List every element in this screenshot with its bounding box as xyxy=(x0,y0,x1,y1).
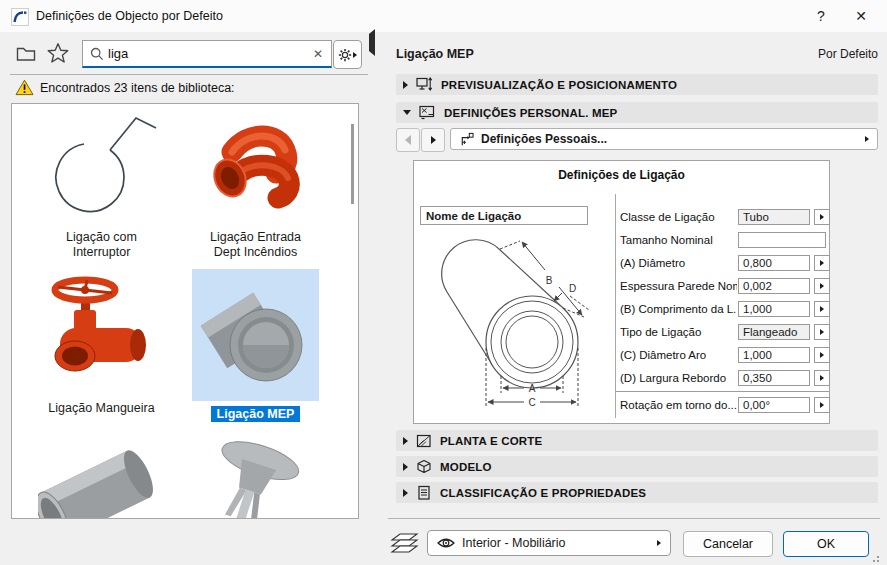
espessura-parede-options-button[interactable] xyxy=(814,278,830,294)
field-label: Espessura Parede Nom. xyxy=(620,278,737,294)
svg-text:D: D xyxy=(569,283,576,294)
tipo-ligacao-options-button[interactable] xyxy=(814,324,830,340)
espessura-parede-field[interactable]: 0,002 xyxy=(738,278,810,294)
list-item[interactable] xyxy=(192,434,319,519)
settings-page-dropdown[interactable]: Definições Pessoais... xyxy=(450,128,878,150)
caret-right-icon xyxy=(403,463,408,471)
rotacao-options-button[interactable] xyxy=(814,397,830,413)
field-label: Classe de Ligação xyxy=(620,209,737,225)
status-default: Por Defeito xyxy=(700,47,878,61)
classe-ligacao-options-button[interactable] xyxy=(814,209,830,225)
personal-settings-icon xyxy=(459,132,474,147)
selected-tile-highlight xyxy=(192,269,319,401)
object-default-settings-dialog: Definições de Objecto por Defeito ? ✕ ✕ xyxy=(0,0,887,565)
svg-text:C: C xyxy=(528,397,535,408)
layer-dropdown-arrow-icon xyxy=(657,540,661,546)
help-button[interactable]: ? xyxy=(803,0,839,31)
diametro-aro-c-field[interactable]: 1,000 xyxy=(738,347,810,363)
item-label: Ligação Mangueira xyxy=(38,401,165,416)
diametro-aro-c-options-button[interactable] xyxy=(814,347,830,363)
plan-section-icon xyxy=(416,434,432,448)
comprimento-b-options-button[interactable] xyxy=(814,301,830,317)
list-item[interactable] xyxy=(38,434,165,519)
diametro-a-options-button[interactable] xyxy=(814,255,830,271)
section-classification-properties[interactable]: CLASSIFICAÇÃO E PROPRIEDADES xyxy=(396,482,878,503)
classification-icon xyxy=(416,485,432,500)
pipe-dimension-diagram: B D A C xyxy=(424,230,612,418)
list-item[interactable]: Ligação Mangueira xyxy=(38,268,165,416)
close-button[interactable]: ✕ xyxy=(843,0,879,31)
section-preview-positioning[interactable]: PREVISUALIZAÇÃO E POSICIONAMENTO xyxy=(396,74,878,95)
section-model[interactable]: MODELO xyxy=(396,456,878,477)
star-icon xyxy=(46,41,70,65)
caret-right-icon xyxy=(403,489,408,497)
dialog-title: Definições de Objecto por Defeito xyxy=(36,9,223,23)
tamanho-nominal-field[interactable] xyxy=(738,232,826,248)
search-input[interactable] xyxy=(104,46,305,61)
layers-icon[interactable] xyxy=(389,530,420,556)
field-label: Tipo de Ligação xyxy=(620,324,737,340)
field-label: (D) Largura Rebordo xyxy=(620,370,737,386)
list-scrollbar[interactable] xyxy=(351,124,354,204)
archicad-logo-icon xyxy=(11,8,29,26)
results-message: Encontrados 23 itens de biblioteca: xyxy=(40,81,235,95)
settings-page-label: Definições Pessoais... xyxy=(481,132,858,146)
rotacao-field[interactable]: 0,00° xyxy=(738,397,810,413)
list-item-selected[interactable]: Ligação MEP xyxy=(192,269,319,422)
clear-search-icon[interactable]: ✕ xyxy=(305,47,331,61)
eye-icon xyxy=(437,537,455,549)
item-label: Ligação com Interruptor xyxy=(38,230,165,260)
cancel-button[interactable]: Cancelar xyxy=(683,531,773,557)
list-item[interactable]: Ligação com Interruptor xyxy=(38,112,165,260)
object-name: Ligação MEP xyxy=(396,47,474,61)
section-plan-section[interactable]: PLANTA E CORTE xyxy=(396,430,878,451)
search-settings-button[interactable] xyxy=(333,40,362,69)
svg-text:B: B xyxy=(546,275,553,286)
ligacao-mep-preview xyxy=(192,269,319,401)
rotation-separator xyxy=(615,391,829,392)
library-results-list[interactable]: Ligação com Interruptor Ligação Entrada … xyxy=(11,103,359,519)
largura-rebordo-d-options-button[interactable] xyxy=(814,370,830,386)
ok-button[interactable]: OK xyxy=(783,531,869,557)
panel-title: Definições de Ligação xyxy=(413,168,830,182)
gear-menu-arrow-icon xyxy=(353,52,357,58)
gear-icon xyxy=(338,48,352,62)
largura-rebordo-d-field[interactable]: 0,350 xyxy=(738,370,810,386)
diametro-a-field[interactable]: 0,800 xyxy=(738,255,810,271)
connection-name-field[interactable]: Nome de Ligação xyxy=(420,206,588,225)
panel-divider xyxy=(615,194,616,418)
mep-settings-icon xyxy=(419,105,436,120)
item-label: Ligação Entrada Dept Incêndios xyxy=(192,230,319,260)
ligacao-entrada-dept-incendios-preview xyxy=(192,112,319,230)
field-label: Rotação em torno do... xyxy=(620,397,737,413)
toolbar-divider xyxy=(10,74,368,75)
pipe-sleeve-preview xyxy=(38,434,165,519)
list-item[interactable]: Ligação Entrada Dept Incêndios xyxy=(192,112,319,260)
library-search-box[interactable]: ✕ xyxy=(82,40,332,68)
preview-position-icon xyxy=(416,77,433,92)
favorites-button[interactable] xyxy=(44,40,72,66)
layer-value: Interior - Mobiliário xyxy=(462,536,650,550)
field-label: (C) Diâmetro Aro xyxy=(620,347,737,363)
tipo-ligacao-field[interactable]: Flangeado xyxy=(738,324,810,340)
field-label: Tamanho Nominal xyxy=(620,232,737,248)
page-back-button[interactable] xyxy=(396,128,420,152)
folder-icon xyxy=(16,45,36,62)
layer-dropdown[interactable]: Interior - Mobiliário xyxy=(427,530,671,556)
footer-divider xyxy=(388,518,880,519)
search-icon xyxy=(90,47,104,61)
svg-text:A: A xyxy=(529,383,536,394)
caret-right-icon xyxy=(403,437,408,445)
page-forward-button[interactable] xyxy=(421,128,445,152)
dropdown-arrow-icon xyxy=(865,136,869,142)
field-label: (A) Diâmetro xyxy=(620,255,737,271)
classe-ligacao-field[interactable]: Tubo xyxy=(738,209,810,225)
comprimento-b-field[interactable]: 1,000 xyxy=(738,301,810,317)
title-bar: Definições de Objecto por Defeito ? ✕ xyxy=(0,0,887,32)
caret-down-icon xyxy=(403,110,411,115)
collapse-left-panel-icon[interactable] xyxy=(369,34,375,52)
item-label-selected: Ligação MEP xyxy=(211,406,301,422)
browse-folder-button[interactable] xyxy=(13,42,39,64)
section-custom-mep-settings[interactable]: DEFINIÇÕES PERSONAL. MEP xyxy=(396,102,878,123)
warning-icon xyxy=(15,79,34,96)
